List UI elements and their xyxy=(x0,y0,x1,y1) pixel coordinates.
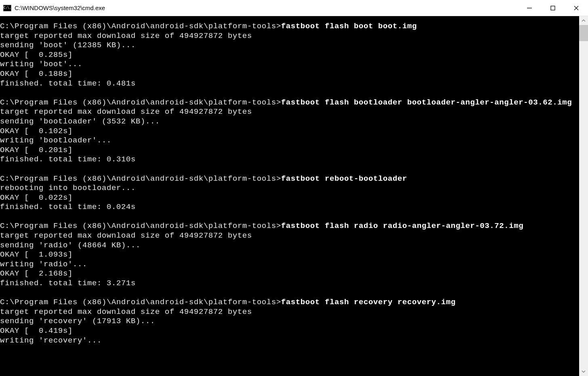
window-titlebar[interactable]: C:\. C:\WINDOWS\system32\cmd.exe xyxy=(0,0,588,16)
command-block: C:\Program Files (x86)\Android\android-s… xyxy=(0,98,579,165)
scroll-down-arrow[interactable] xyxy=(579,367,588,376)
command-text: fastboot flash boot boot.img xyxy=(281,22,417,31)
close-button[interactable] xyxy=(565,0,588,16)
prompt: C:\Program Files (x86)\Android\android-s… xyxy=(0,98,281,107)
output-text: target reported max download size of 494… xyxy=(0,307,579,345)
close-icon xyxy=(573,5,579,11)
command-line: C:\Program Files (x86)\Android\android-s… xyxy=(0,22,579,31)
chevron-up-icon xyxy=(582,19,586,22)
output-text: target reported max download size of 494… xyxy=(0,107,579,165)
output-text: target reported max download size of 494… xyxy=(0,231,579,288)
scroll-up-arrow[interactable] xyxy=(579,16,588,25)
vertical-scrollbar[interactable] xyxy=(579,16,588,376)
terminal-container: C:\Program Files (x86)\Android\android-s… xyxy=(0,16,588,376)
command-line: C:\Program Files (x86)\Android\android-s… xyxy=(0,174,579,184)
scroll-thumb[interactable] xyxy=(579,25,588,41)
command-block: C:\Program Files (x86)\Android\android-s… xyxy=(0,22,579,88)
maximize-icon xyxy=(550,5,556,11)
command-text: fastboot flash bootloader bootloader-ang… xyxy=(281,98,572,107)
output-text: rebooting into bootloader... OKAY [ 0.02… xyxy=(0,184,579,212)
cmd-icon: C:\. xyxy=(3,5,11,11)
maximize-button[interactable] xyxy=(541,0,565,16)
command-line: C:\Program Files (x86)\Android\android-s… xyxy=(0,221,579,231)
command-text: fastboot flash recovery recovery.img xyxy=(281,298,456,307)
prompt: C:\Program Files (x86)\Android\android-s… xyxy=(0,22,281,31)
command-block: C:\Program Files (x86)\Android\android-s… xyxy=(0,174,579,212)
command-block: C:\Program Files (x86)\Android\android-s… xyxy=(0,221,579,288)
prompt: C:\Program Files (x86)\Android\android-s… xyxy=(0,174,281,183)
command-text: fastboot flash radio radio-angler-angler… xyxy=(281,221,523,230)
command-block: C:\Program Files (x86)\Android\android-s… xyxy=(0,298,579,345)
minimize-icon xyxy=(527,5,532,11)
minimize-button[interactable] xyxy=(518,0,541,16)
chevron-down-icon xyxy=(582,370,586,373)
command-line: C:\Program Files (x86)\Android\android-s… xyxy=(0,98,579,108)
output-text: target reported max download size of 494… xyxy=(0,31,579,89)
terminal-output[interactable]: C:\Program Files (x86)\Android\android-s… xyxy=(0,16,579,376)
command-line: C:\Program Files (x86)\Android\android-s… xyxy=(0,298,579,307)
svg-rect-1 xyxy=(551,6,555,10)
prompt: C:\Program Files (x86)\Android\android-s… xyxy=(0,298,281,307)
window-controls xyxy=(518,0,588,16)
window-title: C:\WINDOWS\system32\cmd.exe xyxy=(15,4,105,11)
prompt: C:\Program Files (x86)\Android\android-s… xyxy=(0,221,281,230)
command-text: fastboot reboot-bootloader xyxy=(281,174,407,183)
